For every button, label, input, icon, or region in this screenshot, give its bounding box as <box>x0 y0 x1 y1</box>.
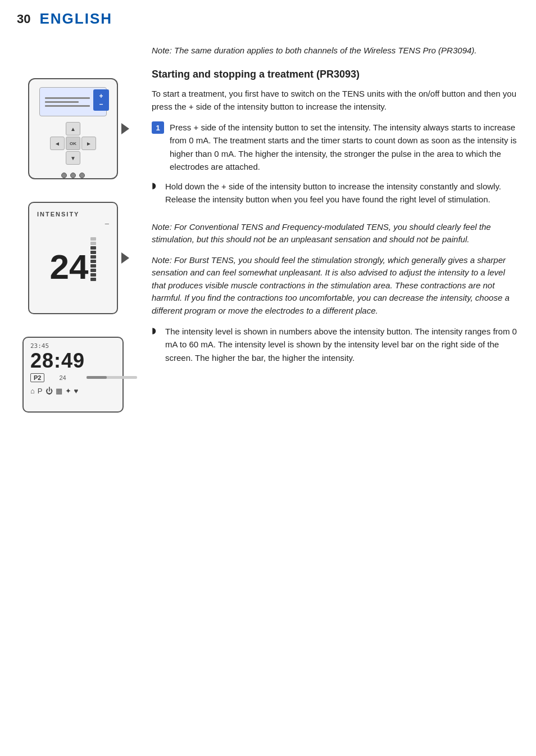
bar-seg-8 <box>90 246 96 250</box>
program-icon: P <box>38 387 43 395</box>
connector-holes <box>61 173 85 178</box>
nav-down-button[interactable]: ▼ <box>66 151 80 165</box>
left-column: + – ▲ ◄ OK ► ▼ <box>0 39 135 756</box>
device-illustration-top: + – ▲ ◄ OK ► ▼ <box>28 78 118 179</box>
step-number-1-label: 1 <box>156 124 160 132</box>
bullet-1: ◗ <box>152 181 160 190</box>
step-number-1: 1 <box>152 121 164 134</box>
sound-icon: ♥ <box>74 387 79 395</box>
main-content: + – ▲ ◄ OK ► ▼ <box>0 33 536 756</box>
note-mid: Note: For Conventional TENS and Frequenc… <box>152 221 519 246</box>
nav-empty-br <box>81 151 96 165</box>
person-icon: ✦ <box>65 387 71 395</box>
page-title: ENGLISH <box>39 10 112 28</box>
steps-list: 1 Press + side of the intensity button t… <box>152 121 519 213</box>
intensity-panel-label: INTENSITY <box>37 211 79 218</box>
bar-seg-9 <box>90 242 96 245</box>
intensity-plus-label: + <box>99 93 103 99</box>
bar-seg-10 <box>90 237 96 241</box>
step-text-last: The intensity level is shown in numbers … <box>165 325 519 364</box>
nav-empty-tl <box>50 122 65 135</box>
step-text-1: Press + side of the intensity button to … <box>170 121 519 173</box>
nav-empty-tr <box>81 122 96 135</box>
intensity-minus-label: – <box>99 101 103 107</box>
intensity-button-highlight[interactable]: + – <box>93 89 109 111</box>
note-burst: Note: For Burst TENS, you should feel th… <box>152 254 519 318</box>
screen-line-2 <box>45 101 79 103</box>
bar-seg-2 <box>90 273 96 277</box>
grid-icon: ▦ <box>56 387 62 395</box>
bar-seg-3 <box>90 269 96 272</box>
nav-ok-button[interactable]: OK <box>66 137 80 150</box>
bar-seg-6 <box>90 255 96 259</box>
timer-icons-row: ⌂ P ⏻ ▦ ✦ ♥ <box>30 387 78 395</box>
screen-line-1 <box>45 97 90 99</box>
connector-hole-2 <box>70 173 76 178</box>
connector-hole-1 <box>61 173 67 178</box>
nav-right-button[interactable]: ► <box>81 137 96 150</box>
page-number: 30 <box>17 12 30 26</box>
intensity-panel-arrow <box>121 252 129 264</box>
bullet-last: ◗ <box>152 326 160 335</box>
page-container: 30 ENGLISH + – <box>0 0 536 756</box>
home-icon: ⌂ <box>30 387 35 395</box>
intensity-panel-minus: – <box>105 220 109 227</box>
bar-seg-4 <box>90 264 96 268</box>
step-item-last: ◗ The intensity level is shown in number… <box>152 325 519 364</box>
step-item-1: 1 Press + side of the intensity button t… <box>152 121 519 173</box>
section-heading: Starting and stopping a treatment (PR309… <box>152 67 519 82</box>
nav-buttons: ▲ ◄ OK ► ▼ <box>50 122 96 165</box>
nav-up-button[interactable]: ▲ <box>66 122 80 135</box>
step-item-bullet-1: ◗ Hold down the + side of the intensity … <box>152 180 519 206</box>
timer-program-row: P2 24 <box>30 373 137 382</box>
page-header: 30 ENGLISH <box>0 0 536 33</box>
power-icon: ⏻ <box>46 387 53 395</box>
connector-hole-3 <box>79 173 85 178</box>
step-text-bullet-1: Hold down the + side of the intensity bu… <box>165 180 519 206</box>
timer-progress-bar <box>87 376 137 379</box>
bar-seg-1 <box>90 278 96 281</box>
intensity-number-row: 24 <box>50 237 97 284</box>
intensity-number: 24 <box>50 250 89 284</box>
intro-text: To start a treatment, you first have to … <box>152 87 519 114</box>
bar-seg-5 <box>90 260 96 263</box>
screen-line-3 <box>45 105 90 107</box>
intensity-display-panel: INTENSITY – 24 <box>28 202 118 314</box>
timer-display-panel: 23:45 28:49 P2 24 ⌂ P ⏻ ▦ ✦ ♥ <box>22 337 124 413</box>
intensity-bar <box>90 237 96 281</box>
right-column: Note: The same duration applies to both … <box>135 39 536 756</box>
note-top: Note: The same duration applies to both … <box>152 44 519 57</box>
device-top-arrow <box>121 123 129 134</box>
timer-program-box: P2 <box>30 373 44 382</box>
timer-main-time: 28:49 <box>30 351 85 371</box>
nav-left-button[interactable]: ◄ <box>50 137 65 150</box>
timer-progress-fill <box>87 376 107 379</box>
timer-intensity-small: 24 <box>59 374 66 381</box>
nav-empty-bl <box>50 151 65 165</box>
screen-lines <box>45 97 101 107</box>
bar-seg-7 <box>90 251 96 254</box>
